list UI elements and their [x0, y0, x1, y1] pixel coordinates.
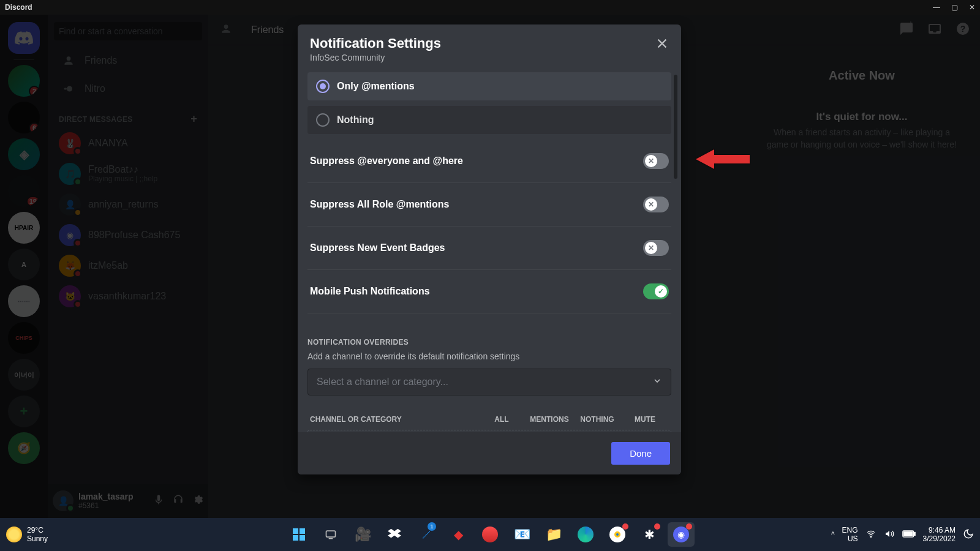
- dropbox-icon[interactable]: [381, 522, 408, 547]
- svg-marker-5: [696, 149, 750, 169]
- overrides-subheader: Add a channel to override its default no…: [307, 351, 671, 361]
- weather-widget[interactable]: 29°CSunny: [6, 526, 48, 543]
- radio-icon: [316, 80, 330, 93]
- modal-title: Notification Settings: [310, 36, 669, 51]
- svg-point-12: [870, 536, 872, 537]
- language-indicator[interactable]: ENGUS: [842, 526, 858, 544]
- battery-icon[interactable]: [902, 530, 916, 539]
- minimize-icon[interactable]: —: [933, 3, 940, 12]
- modal-subtitle: InfoSec Community: [310, 53, 669, 62]
- svg-rect-14: [914, 532, 915, 535]
- app-icon[interactable]: ◆: [445, 522, 472, 547]
- select-placeholder: Select a channel or category...: [317, 377, 448, 388]
- toggle-mobile-push[interactable]: ✓: [643, 283, 669, 299]
- chevron-down-icon: [652, 376, 662, 388]
- edge-icon[interactable]: [572, 522, 599, 547]
- volume-icon[interactable]: [884, 529, 895, 541]
- tray-chevron-icon[interactable]: ^: [831, 530, 835, 539]
- mail-icon[interactable]: 📧: [508, 522, 535, 547]
- notification-settings-modal: Notification Settings InfoSec Community …: [298, 24, 681, 474]
- overrides-table-header: CHANNEL OR CATEGORY ALL MENTIONS NOTHING…: [307, 415, 671, 424]
- start-button[interactable]: [285, 522, 312, 547]
- toggle-label-suppress-everyone: Suppress @everyone and @here: [310, 156, 463, 167]
- weather-icon: [6, 527, 22, 542]
- modal-close-button[interactable]: [655, 37, 669, 53]
- steam-icon[interactable]: ⟋1: [413, 522, 440, 547]
- task-view-icon[interactable]: [317, 522, 344, 547]
- svg-rect-9: [300, 535, 305, 541]
- chrome-icon[interactable]: [604, 522, 631, 547]
- svg-rect-7: [300, 528, 305, 534]
- app-icon[interactable]: 🎥: [349, 522, 376, 547]
- window-controls: — ▢ ✕: [933, 3, 975, 12]
- title-bar: Discord — ▢ ✕: [0, 0, 980, 15]
- svg-rect-11: [329, 538, 333, 539]
- window-title: Discord: [5, 3, 32, 12]
- svg-rect-8: [293, 535, 298, 541]
- radio-only-mentions[interactable]: Only @mentions: [307, 72, 671, 100]
- toggle-label-suppress-role: Suppress All Role @mentions: [310, 199, 450, 210]
- radio-nothing[interactable]: Nothing: [307, 106, 671, 134]
- annotation-arrow: [696, 146, 751, 175]
- close-icon[interactable]: ✕: [969, 3, 975, 12]
- toggle-label-suppress-events: Suppress New Event Badges: [310, 242, 445, 253]
- explorer-icon[interactable]: 📁: [540, 522, 567, 547]
- clock[interactable]: 9:46 AM3/29/2022: [923, 526, 956, 544]
- slack-icon[interactable]: ✱: [636, 522, 663, 547]
- svg-rect-6: [293, 528, 298, 534]
- windows-taskbar: 29°CSunny 🎥 ⟋1 ◆ 📧 📁 ✱ ◉ ^ ENGUS 9:46 AM…: [0, 518, 980, 551]
- maximize-icon[interactable]: ▢: [951, 3, 958, 12]
- overrides-empty: Add a channel to override its default no…: [307, 430, 671, 432]
- toggle-label-mobile-push: Mobile Push Notifications: [310, 286, 430, 297]
- scrollbar[interactable]: [674, 75, 677, 179]
- overrides-header: NOTIFICATION OVERRIDES: [307, 338, 671, 347]
- svg-rect-15: [903, 531, 912, 536]
- wifi-icon[interactable]: [865, 530, 876, 540]
- opera-icon[interactable]: [477, 522, 503, 547]
- discord-taskbar-icon[interactable]: ◉: [668, 522, 695, 547]
- toggle-suppress-everyone[interactable]: ✕: [643, 153, 669, 169]
- svg-rect-10: [326, 531, 336, 537]
- toggle-suppress-role[interactable]: ✕: [643, 197, 669, 212]
- radio-icon: [316, 113, 330, 127]
- channel-select[interactable]: Select a channel or category...: [307, 369, 671, 395]
- toggle-suppress-events[interactable]: ✕: [643, 240, 669, 256]
- notifications-icon[interactable]: [963, 528, 974, 541]
- done-button[interactable]: Done: [611, 442, 670, 465]
